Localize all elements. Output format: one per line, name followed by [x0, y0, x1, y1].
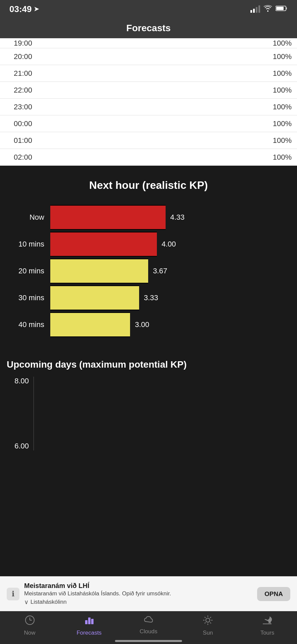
upcoming-title: Upcoming days (maximum potential KP)	[7, 356, 290, 377]
status-time: 03:49 ➤	[9, 4, 39, 14]
banner-expand-icon: ∨	[24, 598, 28, 606]
table-row: 02:00 100%	[0, 149, 297, 166]
banner-info-icon: ℹ	[7, 588, 19, 600]
banner-text-content: Meistaranám við LHÍ Meistaranám við List…	[24, 582, 252, 606]
airplane-icon	[261, 615, 273, 628]
time-display: 03:49	[9, 4, 32, 14]
table-row: 21:00 100%	[0, 65, 297, 82]
kp-bar-row-now: Now 4.33	[7, 205, 290, 230]
kp-bar-row-10mins: 10 mins 4.00	[7, 232, 290, 257]
svg-rect-2	[276, 7, 284, 10]
status-icons	[250, 5, 288, 13]
battery-icon	[276, 5, 288, 13]
tab-forecasts-label: Forecasts	[76, 630, 102, 636]
table-row: 22:00 100%	[0, 82, 297, 99]
kp-bar-30mins	[50, 285, 139, 310]
sun-icon	[202, 615, 213, 628]
nav-bar: Forecasts	[0, 18, 297, 38]
clock-icon	[24, 615, 35, 628]
home-indicator	[115, 640, 182, 642]
svg-rect-6	[85, 620, 87, 624]
tab-sun-label: Sun	[203, 630, 213, 636]
tab-tours[interactable]: Tours	[238, 615, 297, 636]
kp-bar-row-40mins: 40 mins 3.00	[7, 312, 290, 337]
table-row: 01:00 100%	[0, 132, 297, 149]
main-content: 19:00 100% 20:00 100% 21:00 100% 22:00 1…	[0, 38, 297, 504]
tab-forecasts[interactable]: Forecasts	[59, 615, 119, 636]
kp-bar-40mins	[50, 312, 130, 337]
y-axis: 8.00 6.00	[7, 377, 34, 450]
kp-section: Next hour (realistic KP) Now 4.33 10 min…	[0, 166, 297, 349]
banner-expand-label: Listaháskólinn	[31, 599, 67, 605]
upcoming-section: Upcoming days (maximum potential KP) 8.0…	[0, 349, 297, 450]
kp-bar-row-30mins: 30 mins 3.33	[7, 285, 290, 310]
svg-rect-1	[286, 7, 287, 9]
signal-icon	[250, 5, 260, 13]
tab-clouds-label: Clouds	[140, 628, 158, 635]
banner-open-button[interactable]: OPNA	[257, 587, 290, 601]
tab-bar: Now Forecasts Clouds	[0, 611, 297, 644]
page-title: Forecasts	[126, 23, 171, 34]
svg-rect-8	[91, 619, 94, 624]
location-arrow-icon: ➤	[34, 5, 39, 13]
status-bar: 03:49 ➤	[0, 0, 297, 18]
kp-bar-row-20mins: 20 mins 3.67	[7, 259, 290, 283]
kp-bar-10mins	[50, 232, 157, 257]
svg-line-17	[205, 623, 206, 624]
banner-title: Meistaranám við LHÍ	[24, 582, 252, 590]
tab-now-label: Now	[24, 630, 36, 636]
hour-chart: 19:00 100% 20:00 100% 21:00 100% 22:00 1…	[0, 38, 297, 166]
svg-line-14	[205, 617, 206, 618]
tab-tours-label: Tours	[260, 630, 275, 636]
wifi-icon	[263, 5, 272, 13]
tab-sun[interactable]: Sun	[178, 615, 238, 636]
table-row: 23:00 100%	[0, 99, 297, 115]
table-row: 20:00 100%	[0, 48, 297, 65]
table-row: 00:00 100%	[0, 115, 297, 132]
cloud-icon	[142, 615, 155, 627]
tab-now[interactable]: Now	[0, 615, 59, 636]
banner-subtitle: Meistaranám við Listaháskóla Íslands. Op…	[24, 590, 252, 597]
line-chart: 8.00 6.00	[7, 377, 290, 450]
kp-chart: Now 4.33 10 mins 4.00 20 mins 3.67	[0, 202, 297, 349]
bar-chart-icon	[84, 615, 95, 628]
svg-line-15	[210, 623, 211, 624]
kp-section-title: Next hour (realistic KP)	[0, 166, 297, 202]
table-row: 19:00 100%	[0, 38, 297, 48]
tab-clouds[interactable]: Clouds	[119, 615, 178, 635]
svg-rect-7	[88, 618, 91, 624]
banner-ad: ℹ Meistaranám við LHÍ Meistaranám við Li…	[0, 576, 297, 611]
chart-plot	[34, 377, 284, 450]
svg-line-16	[210, 617, 211, 618]
kp-bar-20mins	[50, 259, 148, 283]
kp-bar-now	[50, 205, 166, 230]
svg-point-9	[206, 618, 210, 622]
